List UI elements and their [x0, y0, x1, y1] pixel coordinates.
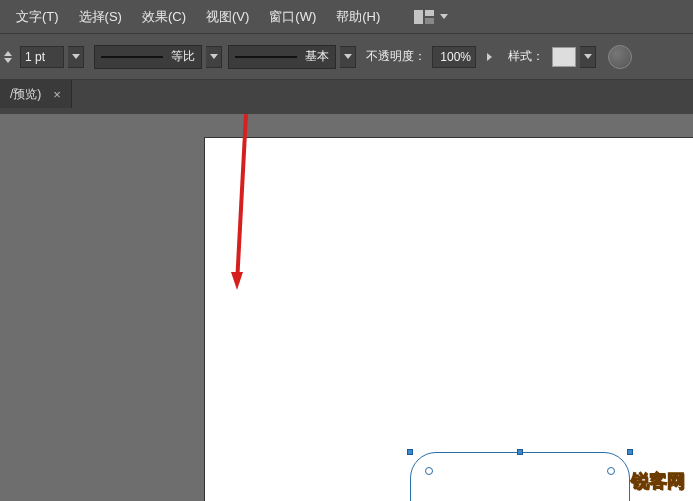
width-profile-caret[interactable] — [206, 46, 222, 68]
menu-effect[interactable]: 效果(C) — [132, 2, 196, 32]
document-tab-bar: /预览) × — [0, 80, 693, 114]
control-bar: 1 pt 等比 基本 不透明度： 100% 样式： — [0, 34, 693, 80]
caret-down-icon — [210, 54, 218, 59]
caret-up-icon — [4, 51, 12, 56]
caret-down-icon — [344, 54, 352, 59]
svg-rect-1 — [425, 10, 434, 16]
brush-definition-caret[interactable] — [340, 46, 356, 68]
menu-text[interactable]: 文字(T) — [6, 2, 69, 32]
svg-rect-2 — [425, 18, 434, 24]
selection-handle[interactable] — [517, 449, 523, 455]
stroke-weight-dropdown[interactable] — [68, 46, 84, 68]
profile-preview-icon — [101, 56, 163, 58]
brush-label: 基本 — [305, 48, 329, 65]
selection-handle[interactable] — [627, 449, 633, 455]
tab-title: /预览) — [10, 86, 41, 103]
selected-rounded-rectangle[interactable] — [410, 452, 630, 501]
caret-right-icon — [487, 53, 492, 61]
width-profile-dropdown[interactable]: 等比 — [94, 45, 202, 69]
document-tab[interactable]: /预览) × — [0, 80, 72, 108]
menu-bar: 文字(T) 选择(S) 效果(C) 视图(V) 窗口(W) 帮助(H) — [0, 0, 693, 34]
profile-label: 等比 — [171, 48, 195, 65]
menu-select[interactable]: 选择(S) — [69, 2, 132, 32]
svg-rect-0 — [414, 10, 423, 24]
caret-down-icon — [72, 54, 80, 59]
watermark-text: 锐客网 — [631, 469, 685, 493]
menu-window[interactable]: 窗口(W) — [259, 2, 326, 32]
corner-radius-widget[interactable] — [425, 467, 433, 475]
corner-radius-widget[interactable] — [607, 467, 615, 475]
close-icon[interactable]: × — [53, 87, 61, 102]
stroke-weight-input[interactable]: 1 pt — [20, 46, 64, 68]
brush-definition-dropdown[interactable]: 基本 — [228, 45, 336, 69]
panels-icon — [414, 10, 434, 24]
caret-down-icon — [4, 58, 12, 63]
opacity-flyout[interactable] — [480, 46, 498, 68]
opacity-input[interactable]: 100% — [432, 46, 476, 68]
graphic-style-swatch[interactable] — [552, 47, 576, 67]
brush-preview-icon — [235, 56, 297, 58]
recolor-artwork-button[interactable] — [608, 45, 632, 69]
opacity-label: 不透明度： — [366, 48, 426, 65]
chevron-down-icon — [440, 14, 448, 19]
artboard[interactable] — [205, 138, 693, 501]
workspace — [0, 114, 693, 501]
menu-view[interactable]: 视图(V) — [196, 2, 259, 32]
workspace-switcher[interactable] — [408, 6, 454, 28]
graphic-style-dropdown[interactable] — [580, 46, 596, 68]
selection-handle[interactable] — [407, 449, 413, 455]
style-label: 样式： — [508, 48, 544, 65]
caret-down-icon — [584, 54, 592, 59]
stroke-stepper[interactable] — [4, 50, 16, 64]
menu-help[interactable]: 帮助(H) — [326, 2, 390, 32]
